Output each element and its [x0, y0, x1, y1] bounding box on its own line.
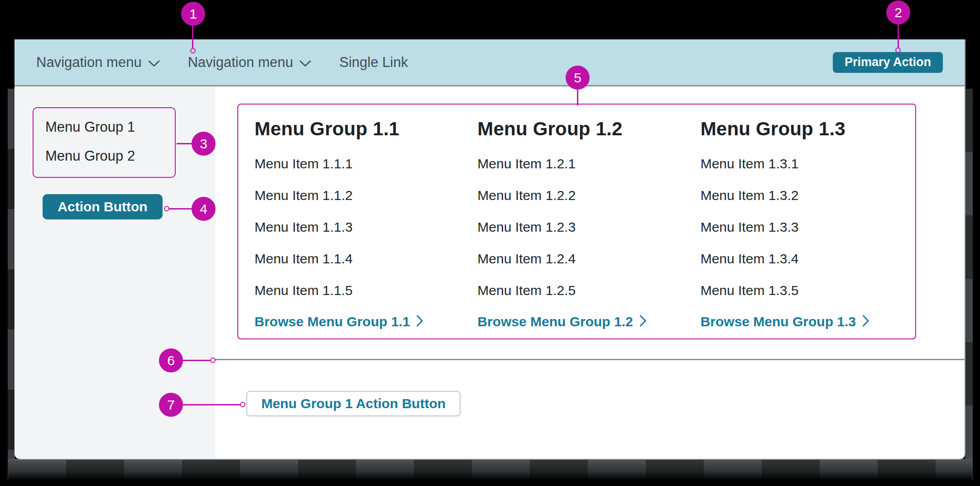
sidebar-action-button[interactable]: Action Button: [43, 194, 163, 219]
mega-menu-panel: Menu Group 1.1 Menu Item 1.1.1 Menu Item…: [237, 104, 916, 339]
annotation-number: 1: [189, 6, 197, 22]
app-window: Navigation menu Navigation menu Single L…: [14, 39, 966, 460]
nav-dropdown-2-label: Navigation menu: [188, 54, 293, 71]
primary-action-button[interactable]: Primary Action: [833, 52, 943, 73]
menu-item[interactable]: Menu Item 1.2.1: [477, 148, 692, 180]
main-area: Menu Group 1.1 Menu Item 1.1.1 Menu Item…: [215, 86, 965, 458]
menu-group-header: Menu Group 1.2: [477, 117, 692, 141]
menu-item[interactable]: Menu Item 1.3.2: [701, 180, 915, 211]
browse-link-label: Browse Menu Group 1.1: [255, 314, 410, 329]
menu-item[interactable]: Menu Item 1.1.1: [255, 148, 469, 180]
nav-dropdown-2[interactable]: Navigation menu: [188, 54, 312, 71]
chevron-right-icon: [416, 313, 423, 330]
chevron-down-icon: [299, 54, 311, 71]
menu-item[interactable]: Menu Item 1.3.3: [701, 211, 915, 243]
window-content: Menu Group 1 Menu Group 2 Action Button …: [14, 86, 965, 458]
nav-single-link[interactable]: Single Link: [339, 54, 408, 71]
chevron-down-icon: [148, 54, 160, 71]
menu-item[interactable]: Menu Item 1.1.2: [255, 180, 469, 211]
menu-item[interactable]: Menu Item 1.3.5: [701, 275, 915, 306]
nav-single-link-label: Single Link: [339, 54, 408, 71]
sidebar: Menu Group 1 Menu Group 2 Action Button: [14, 86, 215, 458]
menu-item[interactable]: Menu Item 1.2.2: [477, 180, 692, 211]
menu-group-list: Menu Group 1 Menu Group 2: [33, 107, 176, 178]
menu-item-list: Menu Item 1.2.1 Menu Item 1.2.2 Menu Ite…: [477, 148, 692, 306]
annotation-marker-2: 2: [886, 0, 910, 24]
browse-link-2[interactable]: Browse Menu Group 1.2: [477, 309, 646, 334]
menu-item-list: Menu Item 1.3.1 Menu Item 1.3.2 Menu Ite…: [701, 148, 915, 306]
menu-column-3: Menu Group 1.3 Menu Item 1.3.1 Menu Item…: [692, 117, 915, 338]
menu-group-header: Menu Group 1.3: [701, 117, 915, 141]
menu-group-1-action-button[interactable]: Menu Group 1 Action Button: [246, 391, 461, 416]
nav-dropdown-1-label: Navigation menu: [36, 54, 142, 71]
background-texture-bottom: [8, 459, 972, 481]
background-texture-left: [8, 89, 15, 481]
menu-item[interactable]: Menu Item 1.2.3: [477, 211, 692, 243]
annotation-marker-1: 1: [181, 2, 205, 26]
menu-column-1: Menu Group 1.1 Menu Item 1.1.1 Menu Item…: [246, 117, 469, 338]
menu-column-2: Menu Group 1.2 Menu Item 1.2.1 Menu Item…: [469, 117, 692, 338]
horizontal-divider: [215, 359, 966, 360]
browse-link-label: Browse Menu Group 1.3: [701, 314, 856, 329]
annotation-number: 2: [894, 5, 902, 20]
sidebar-item-menu-group-1[interactable]: Menu Group 1: [34, 119, 175, 135]
menu-item-list: Menu Item 1.1.1 Menu Item 1.1.2 Menu Ite…: [255, 148, 469, 306]
background-texture-right: [965, 89, 973, 481]
menu-item[interactable]: Menu Item 1.2.4: [477, 243, 692, 275]
browse-link-label: Browse Menu Group 1.2: [477, 314, 633, 329]
sidebar-item-menu-group-2[interactable]: Menu Group 2: [34, 148, 175, 164]
browse-link-3[interactable]: Browse Menu Group 1.3: [701, 309, 870, 334]
menu-item[interactable]: Menu Item 1.3.4: [701, 243, 915, 275]
menu-item[interactable]: Menu Item 1.1.5: [255, 275, 469, 306]
menu-item[interactable]: Menu Item 1.1.3: [255, 211, 469, 243]
menu-group-header: Menu Group 1.1: [255, 117, 469, 141]
menu-item[interactable]: Menu Item 1.2.5: [477, 275, 692, 306]
menu-item[interactable]: Menu Item 1.1.4: [255, 243, 469, 275]
top-navigation-bar: Navigation menu Navigation menu Single L…: [14, 39, 965, 86]
menu-item[interactable]: Menu Item 1.3.1: [701, 148, 915, 180]
chevron-right-icon: [639, 313, 647, 330]
nav-dropdown-1[interactable]: Navigation menu: [36, 54, 160, 71]
chevron-right-icon: [862, 313, 870, 330]
browse-link-1[interactable]: Browse Menu Group 1.1: [255, 309, 423, 334]
